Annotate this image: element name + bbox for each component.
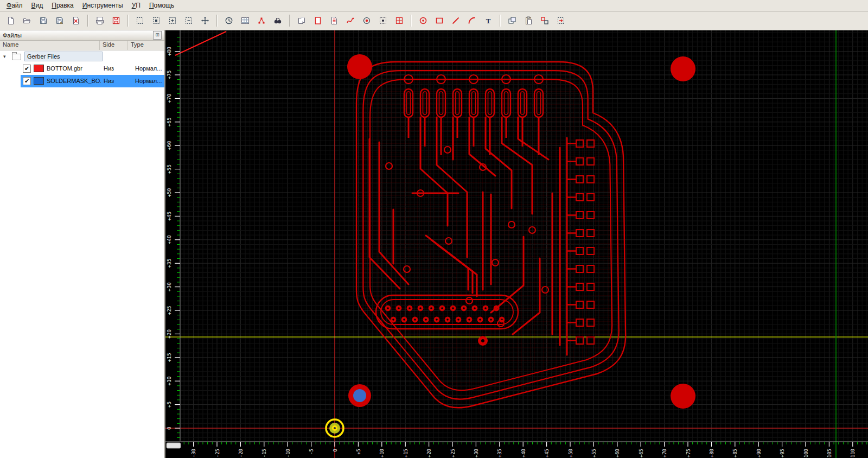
- zoom-window-button[interactable]: [165, 13, 180, 28]
- layer-row-1[interactable]: ✔BOTTOM.gbrНизНормал...: [0, 62, 164, 75]
- export-button[interactable]: [108, 13, 124, 28]
- svg-text:+75: +75: [166, 70, 172, 79]
- copy-object-button[interactable]: [505, 13, 520, 28]
- save-as-button[interactable]: [52, 13, 67, 28]
- select-add-button[interactable]: [149, 13, 164, 28]
- report-table-button[interactable]: [238, 13, 253, 28]
- net-highlight-button[interactable]: [254, 13, 269, 28]
- menu-item-1[interactable]: Файл: [2, 1, 27, 10]
- fiducial-pad: [671, 56, 695, 81]
- transform-arrows-icon: [557, 16, 565, 25]
- group-shapes-icon: [540, 16, 549, 25]
- toolbar-separator: [127, 15, 129, 27]
- menu-item-6[interactable]: Помощь: [145, 1, 178, 10]
- toolbar-separator: [216, 15, 218, 27]
- svg-text:-5: -5: [309, 449, 314, 455]
- svg-text:+70: +70: [166, 93, 172, 103]
- pad-tool-icon: [362, 16, 371, 25]
- layer-color-swatch[interactable]: [34, 65, 44, 72]
- layer-tree: ▾Gerber Files✔BOTTOM.gbrНизНормал...✔SOL…: [0, 50, 164, 458]
- menu-item-4[interactable]: Инструменты: [78, 1, 127, 10]
- open-file-button[interactable]: [20, 13, 35, 28]
- grid-settings-button[interactable]: [392, 13, 407, 28]
- tree-root-label: Gerber Files: [24, 52, 103, 61]
- draw-text-button[interactable]: T: [481, 13, 496, 28]
- paste-object-button[interactable]: [521, 13, 536, 28]
- layer-row-2[interactable]: ✔SOLDERMASK_BO...НизНормал...: [0, 75, 164, 87]
- run-check-button[interactable]: [221, 13, 237, 28]
- draw-rect-button[interactable]: [432, 13, 447, 28]
- pan-view-button[interactable]: [197, 13, 213, 28]
- draw-arc-icon: [468, 16, 476, 25]
- print-button[interactable]: [92, 13, 107, 28]
- svg-text:+25: +25: [166, 306, 172, 315]
- aperture-tool-icon: [379, 16, 387, 25]
- svg-text:+50: +50: [166, 188, 172, 197]
- panel-options-icon[interactable]: ⊞: [153, 31, 162, 40]
- layer-type: Нормал...: [135, 78, 164, 84]
- group-object-button[interactable]: [537, 13, 552, 28]
- select-add-icon: [152, 16, 161, 25]
- layer-border-red-icon: [314, 16, 322, 25]
- layer-lines-red-icon: [330, 16, 339, 25]
- copy-layer-button[interactable]: [294, 13, 309, 28]
- row-body: ✔BOTTOM.gbrНизНормал...: [21, 62, 164, 75]
- svg-text:+5: +5: [166, 402, 172, 408]
- folder-open-icon: [23, 16, 31, 25]
- search-button[interactable]: [270, 13, 285, 28]
- menu-item-2[interactable]: Вид: [27, 1, 48, 10]
- zoom-window-icon: [168, 16, 177, 25]
- svg-text:+10: +10: [379, 449, 385, 457]
- menu-item-3[interactable]: Правка: [47, 1, 78, 10]
- files-column-header: NameSideType: [0, 41, 164, 50]
- svg-text:+80: +80: [709, 449, 714, 457]
- svg-text:0: 0: [333, 449, 338, 451]
- new-file-button[interactable]: [3, 13, 18, 28]
- layer-lines-button[interactable]: [327, 13, 342, 28]
- files-panel: Файлы ⊞ NameSideType ▾Gerber Files✔BOTTO…: [0, 30, 165, 458]
- svg-text:+15: +15: [403, 449, 409, 457]
- pcb-artwork: [356, 62, 626, 408]
- gerber-canvas[interactable]: +80+75+70+65+60+55+50+45+40+35+30+25+20+…: [165, 30, 868, 458]
- run-check-icon: [225, 16, 233, 25]
- fiducial-pad: [347, 54, 372, 79]
- draw-line-icon: [451, 16, 460, 25]
- zoom-out-window-button[interactable]: [181, 13, 196, 28]
- column-header-type[interactable]: Type: [128, 41, 164, 50]
- polyline-tool-button[interactable]: [343, 13, 358, 28]
- close-file-button[interactable]: [68, 13, 84, 28]
- polyline-tool-icon: [346, 16, 355, 25]
- svg-text:T: T: [486, 17, 491, 25]
- menu-item-5[interactable]: УП: [127, 1, 145, 10]
- folder-icon: [12, 54, 21, 60]
- column-header-side[interactable]: Side: [100, 41, 128, 50]
- toolbar: T: [0, 12, 868, 30]
- layer-outline-button[interactable]: [310, 13, 326, 28]
- aperture-tool-button[interactable]: [375, 13, 391, 28]
- zoom-out-window-icon: [184, 16, 193, 25]
- grid-tool-icon: [395, 16, 404, 25]
- svg-text:+100: +100: [803, 449, 809, 458]
- transform-object-button[interactable]: [553, 13, 569, 28]
- svg-text:+35: +35: [497, 449, 502, 457]
- save-file-button[interactable]: [36, 13, 51, 28]
- menubar: ФайлВидПравкаИнструментыУППомощь: [0, 0, 868, 12]
- column-header-name[interactable]: Name: [0, 41, 100, 50]
- tree-root-row[interactable]: ▾Gerber Files: [0, 50, 164, 62]
- svg-text:+95: +95: [780, 449, 785, 457]
- tree-expander-icon[interactable]: ▾: [3, 54, 9, 59]
- pad-tool-button[interactable]: [359, 13, 374, 28]
- draw-pad-button[interactable]: [416, 13, 431, 28]
- layer-type: Нормал...: [135, 65, 164, 72]
- h-scrollbar-thumb[interactable]: [167, 443, 181, 448]
- layer-visible-checkbox[interactable]: ✔: [23, 65, 31, 73]
- layer-color-swatch[interactable]: [34, 77, 44, 85]
- select-region-button[interactable]: [132, 13, 148, 28]
- layer-visible-checkbox[interactable]: ✔: [23, 77, 31, 85]
- floppy-red-icon: [112, 16, 120, 25]
- draw-text-icon: T: [484, 16, 493, 25]
- draw-line-button[interactable]: [448, 13, 463, 28]
- svg-text:+35: +35: [166, 259, 172, 268]
- svg-text:-15: -15: [261, 449, 267, 457]
- draw-arc-button[interactable]: [464, 13, 480, 28]
